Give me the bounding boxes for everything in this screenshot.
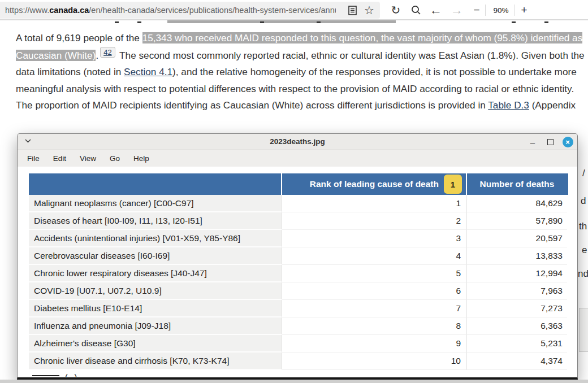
table-row: Alzheimer's disease [G30]95,231 bbox=[29, 335, 568, 352]
refresh-icon[interactable]: ↻ bbox=[389, 0, 403, 20]
menu-view[interactable]: View bbox=[80, 154, 96, 163]
footnote-link[interactable]: 42 bbox=[100, 47, 115, 58]
deaths-cell: 5,231 bbox=[467, 335, 567, 352]
deaths-cell: 57,890 bbox=[467, 212, 567, 230]
maximize-button[interactable] bbox=[544, 136, 556, 147]
table-row: Cerebrovascular diseases [I60-I69]413,83… bbox=[29, 247, 568, 265]
table-row: Diabetes mellitus [E10-E14]77,273 bbox=[29, 300, 568, 317]
occluded-text-fragment: / bbox=[582, 168, 585, 179]
cause-cell: Chronic lower respiratory diseases [J40-… bbox=[29, 265, 282, 282]
paragraph-text: (Appendix bbox=[529, 99, 576, 111]
url-path: /en/health-canada/services/publications/… bbox=[89, 6, 336, 15]
clipped-text-mark bbox=[260, 21, 264, 23]
inline-link[interactable]: Table D.3 bbox=[488, 99, 529, 111]
zoom-out-icon[interactable]: − bbox=[470, 0, 483, 20]
table-row: Malignant neoplasms (cancer) [C00-C97]18… bbox=[29, 195, 568, 212]
deaths-cell: 20,597 bbox=[467, 230, 567, 247]
table-row: Diseases of heart [I00-I09, I11, I13, I2… bbox=[29, 212, 568, 230]
occluded-page-panel bbox=[579, 308, 588, 352]
inline-link[interactable]: Section 4.1 bbox=[124, 66, 172, 77]
forward-icon[interactable]: → bbox=[449, 0, 464, 20]
table-row: Accidents (unintentional injuries) [V01-… bbox=[29, 230, 568, 247]
cause-cell: Diseases of heart [I00-I09, I11, I13, I2… bbox=[29, 212, 282, 230]
table-row: COVID-19 [U07.1, U07.2, U10.9]67,963 bbox=[29, 282, 568, 300]
table-header-row: Rank of leading cause of death 1 Number … bbox=[29, 173, 568, 195]
cause-header-cell bbox=[29, 173, 282, 195]
window-title: 2023deaths.jpg bbox=[18, 134, 577, 150]
toolbar-divider bbox=[485, 5, 486, 16]
cause-cell: Alzheimer's disease [G30] bbox=[29, 335, 282, 352]
rank-cell: 5 bbox=[282, 265, 467, 282]
cause-cell: Chronic liver disease and cirrhosis [K70… bbox=[29, 352, 282, 370]
rank-cell: 6 bbox=[282, 282, 467, 300]
close-icon: × bbox=[563, 137, 573, 147]
deaths-cell: 6,363 bbox=[467, 317, 567, 335]
maximize-icon bbox=[547, 139, 554, 145]
table-row: Influenza and pneumonia [J09-J18]86,363 bbox=[29, 317, 568, 335]
deaths-cell: 13,833 bbox=[467, 247, 567, 265]
occluded-text-fragment: d bbox=[581, 195, 586, 207]
truncated-footnote-rule bbox=[32, 375, 59, 376]
bookmark-star-icon[interactable]: ☆ bbox=[364, 5, 374, 16]
minimize-button[interactable]: – bbox=[526, 136, 539, 147]
deaths-cell: 7,963 bbox=[467, 282, 567, 300]
reader-view-icon[interactable] bbox=[348, 6, 357, 15]
rank-cell: 2 bbox=[282, 212, 467, 230]
address-bar[interactable]: https://www.canada.ca/en/health-canada/s… bbox=[0, 2, 380, 19]
clipped-text-mark bbox=[512, 21, 516, 23]
zoom-level[interactable]: 90% bbox=[488, 0, 513, 20]
rank-cell: 9 bbox=[282, 335, 467, 352]
clipped-text-mark bbox=[317, 21, 321, 23]
clipped-text-mark bbox=[115, 21, 119, 23]
menu-edit[interactable]: Edit bbox=[53, 154, 66, 163]
url-domain: canada.ca bbox=[49, 6, 89, 15]
deaths-header-cell: Number of deaths bbox=[467, 173, 567, 195]
paragraph-text: A total of 9,619 people of the bbox=[16, 32, 142, 43]
rank-cell: 7 bbox=[282, 300, 467, 317]
rank-header-label: Rank of leading cause of death bbox=[310, 179, 439, 189]
search-icon[interactable] bbox=[409, 0, 423, 20]
table-row: Chronic liver disease and cirrhosis [K70… bbox=[29, 352, 568, 370]
image-viewer-window: 2023deaths.jpg – × File Edit View Go Hel… bbox=[17, 133, 578, 380]
table-row: Chronic lower respiratory diseases [J40-… bbox=[29, 265, 568, 282]
rank-cell: 8 bbox=[282, 317, 467, 335]
clipped-selected-line bbox=[167, 20, 396, 23]
menu-go[interactable]: Go bbox=[110, 154, 120, 163]
occluded-text-fragment: th bbox=[579, 221, 587, 232]
table-body: Malignant neoplasms (cancer) [C00-C97]18… bbox=[29, 195, 568, 370]
toolbar-divider bbox=[514, 5, 515, 16]
back-icon[interactable]: ← bbox=[429, 0, 443, 20]
rank-badge: 1 bbox=[444, 175, 462, 194]
menu-file[interactable]: File bbox=[27, 154, 40, 163]
window-bottom-strip bbox=[0, 380, 588, 383]
rank-cell: 4 bbox=[282, 247, 467, 265]
deaths-cell: 84,629 bbox=[467, 195, 567, 212]
deaths-cell: 4,374 bbox=[467, 352, 567, 370]
cause-cell: Diabetes mellitus [E10-E14] bbox=[29, 300, 282, 317]
window-titlebar[interactable]: 2023deaths.jpg – × bbox=[18, 134, 577, 150]
zoom-in-icon[interactable]: + bbox=[517, 0, 531, 20]
truncated-footnote-text: ( ) bbox=[65, 373, 79, 377]
url-text: https://www.canada.ca/en/health-canada/s… bbox=[5, 6, 336, 15]
paragraph-text: . bbox=[96, 50, 98, 61]
deaths-header-label: Number of deaths bbox=[480, 179, 555, 189]
deaths-cell: 12,994 bbox=[467, 265, 567, 282]
body-paragraph: A total of 9,619 people of the 15,343 wh… bbox=[16, 30, 588, 114]
causes-of-death-table: Rank of leading cause of death 1 Number … bbox=[29, 173, 568, 370]
cause-cell: Cerebrovascular diseases [I60-I69] bbox=[29, 247, 282, 265]
cause-cell: Malignant neoplasms (cancer) [C00-C97] bbox=[29, 195, 282, 212]
occluded-text-fragment: e bbox=[582, 245, 587, 256]
clipped-text-mark bbox=[544, 21, 548, 23]
cause-cell: COVID-19 [U07.1, U07.2, U10.9] bbox=[29, 282, 282, 300]
browser-toolbar: https://www.canada.ca/en/health-canada/s… bbox=[0, 0, 588, 20]
rank-header-cell: Rank of leading cause of death 1 bbox=[282, 173, 467, 195]
menu-help[interactable]: Help bbox=[133, 154, 149, 163]
rank-cell: 1 bbox=[282, 195, 467, 212]
close-button[interactable]: × bbox=[561, 136, 574, 147]
cause-cell: Influenza and pneumonia [J09-J18] bbox=[29, 317, 282, 335]
rank-cell: 10 bbox=[282, 352, 467, 370]
url-scheme: https://www. bbox=[5, 6, 49, 15]
clipped-text-mark bbox=[137, 21, 141, 23]
rank-cell: 3 bbox=[282, 230, 467, 247]
deaths-cell: 7,273 bbox=[467, 300, 567, 317]
